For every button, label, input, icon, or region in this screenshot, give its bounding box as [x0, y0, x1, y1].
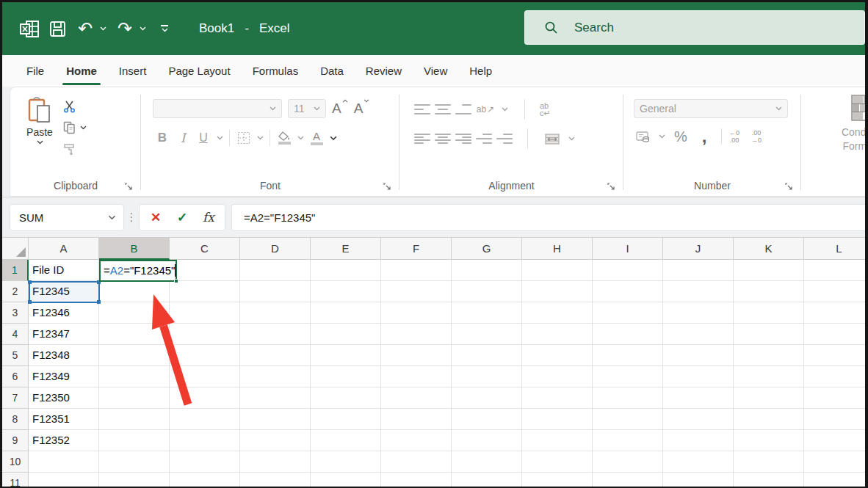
merge-center-dropdown[interactable] — [566, 129, 576, 148]
column-header-j[interactable]: J — [663, 238, 734, 260]
decrease-decimal-button[interactable]: .00 →0 — [751, 129, 762, 144]
customize-quick-access-toolbar-button[interactable] — [153, 14, 176, 43]
row-header-2[interactable]: 2 — [2, 281, 29, 302]
clipboard-dialog-launcher[interactable] — [123, 181, 134, 192]
conditional-formatting-button[interactable]: Conditional Formatting — [829, 95, 865, 153]
fill-color-button[interactable] — [275, 128, 294, 148]
column-header-k[interactable]: K — [734, 238, 804, 260]
cell-a6[interactable]: F12349 — [29, 366, 99, 387]
tab-help[interactable]: Help — [458, 55, 503, 87]
enter-button[interactable]: ✓ — [170, 206, 194, 228]
column-header-c[interactable]: C — [170, 238, 240, 260]
row-header-8[interactable]: 8 — [2, 409, 29, 430]
column-header-a[interactable]: A — [29, 238, 99, 260]
bottom-align-button[interactable] — [455, 103, 471, 115]
accounting-format-dropdown[interactable] — [657, 127, 667, 146]
font-dialog-launcher[interactable] — [382, 181, 392, 192]
copy-dropdown-chevron-icon[interactable] — [80, 125, 87, 130]
underline-button[interactable]: U — [194, 128, 213, 148]
row-header-5[interactable]: 5 — [2, 345, 29, 366]
font-size-combobox[interactable]: 11 — [288, 99, 326, 118]
paste-dropdown-chevron-icon[interactable] — [37, 140, 43, 145]
cell-a3[interactable]: F12346 — [29, 302, 99, 324]
align-left-button[interactable] — [414, 133, 430, 145]
cell-a7[interactable]: F12350 — [29, 387, 99, 409]
cell-a1[interactable]: File ID — [29, 260, 99, 281]
row-header-6[interactable]: 6 — [2, 366, 29, 387]
tab-page-layout[interactable]: Page Layout — [157, 55, 241, 87]
row-header-11[interactable]: 11 — [2, 473, 29, 488]
fill-handle[interactable] — [174, 279, 178, 283]
tab-formulas[interactable]: Formulas — [242, 55, 310, 87]
align-right-button[interactable] — [455, 133, 471, 145]
save-button[interactable] — [46, 14, 68, 43]
cell-a4[interactable]: F12347 — [29, 324, 99, 345]
fill-color-dropdown[interactable] — [295, 128, 305, 148]
tab-data[interactable]: Data — [309, 55, 355, 87]
cell-a8[interactable]: F12351 — [29, 409, 99, 430]
copy-button[interactable] — [63, 120, 87, 135]
row-header-9[interactable]: 9 — [2, 430, 29, 451]
increase-indent-button[interactable] — [496, 133, 513, 145]
column-header-e[interactable]: E — [311, 238, 381, 260]
column-header-h[interactable]: H — [522, 238, 593, 260]
row-header-10[interactable]: 10 — [2, 451, 29, 473]
search-box[interactable]: Search — [524, 10, 865, 45]
increase-decimal-button[interactable]: ←0 .00 — [729, 129, 739, 144]
top-align-button[interactable] — [414, 103, 430, 115]
column-header-f[interactable]: F — [381, 238, 452, 260]
row-header-7[interactable]: 7 — [2, 387, 29, 409]
tab-home[interactable]: Home — [55, 55, 108, 87]
undo-dropdown[interactable] — [98, 14, 108, 43]
merge-center-button[interactable] — [543, 129, 562, 148]
cut-button[interactable] — [63, 99, 87, 114]
cell-a2[interactable]: F12345 — [29, 281, 99, 302]
accounting-format-button[interactable] — [634, 127, 653, 146]
column-header-l[interactable]: L — [804, 238, 865, 260]
italic-button[interactable]: I — [173, 128, 192, 148]
borders-dropdown[interactable] — [255, 128, 265, 148]
column-header-d[interactable]: D — [240, 238, 311, 260]
tab-view[interactable]: View — [413, 55, 458, 87]
increase-font-size-button[interactable]: A — [332, 101, 348, 117]
column-header-b[interactable]: B — [99, 238, 170, 260]
row-header-4[interactable]: 4 — [2, 324, 29, 345]
font-color-button[interactable]: A — [307, 128, 326, 148]
cell-a9[interactable]: F12352 — [29, 430, 99, 451]
cancel-button[interactable]: ✕ — [144, 206, 167, 228]
borders-button[interactable] — [234, 128, 253, 148]
alignment-dialog-launcher[interactable] — [606, 181, 616, 192]
tab-insert[interactable]: Insert — [108, 55, 158, 87]
font-color-dropdown[interactable] — [328, 128, 339, 148]
cell-a5[interactable]: F12348 — [29, 345, 99, 366]
orientation-button[interactable]: ab ↗ — [476, 100, 495, 119]
align-center-button[interactable] — [435, 133, 451, 145]
wrap-text-button[interactable]: ab c↵ — [540, 102, 551, 117]
tab-file[interactable]: File — [15, 55, 55, 87]
format-painter-button[interactable] — [63, 142, 87, 156]
formula-bar-resize-handle[interactable]: ⋮ — [124, 211, 139, 224]
comma-style-button[interactable]: , — [695, 127, 714, 146]
row-header-3[interactable]: 3 — [2, 302, 29, 324]
bold-button[interactable]: B — [153, 128, 172, 148]
select-all-button[interactable] — [2, 238, 29, 260]
underline-dropdown[interactable] — [214, 128, 225, 148]
insert-function-button[interactable]: fx — [197, 206, 220, 228]
cells-area[interactable] — [29, 260, 865, 488]
decrease-indent-button[interactable] — [476, 133, 492, 145]
number-dialog-launcher[interactable] — [784, 181, 794, 192]
font-name-combobox[interactable] — [153, 99, 282, 118]
paste-button[interactable]: Paste — [26, 96, 53, 156]
percent-style-button[interactable]: % — [671, 127, 690, 146]
middle-align-button[interactable] — [435, 103, 451, 115]
edit-cell-b1[interactable]: =A2="F12345" — [99, 260, 177, 282]
tab-review[interactable]: Review — [355, 55, 413, 87]
undo-button[interactable]: ↶ — [74, 14, 96, 43]
redo-button[interactable]: ↷ — [114, 14, 136, 43]
formula-input[interactable]: =A2="F12345" — [231, 204, 865, 231]
orientation-dropdown[interactable] — [499, 100, 510, 119]
column-header-g[interactable]: G — [452, 238, 522, 260]
decrease-font-size-button[interactable]: A — [354, 101, 370, 117]
name-box[interactable]: SUM — [10, 204, 124, 231]
number-format-combobox[interactable]: General — [634, 99, 788, 118]
